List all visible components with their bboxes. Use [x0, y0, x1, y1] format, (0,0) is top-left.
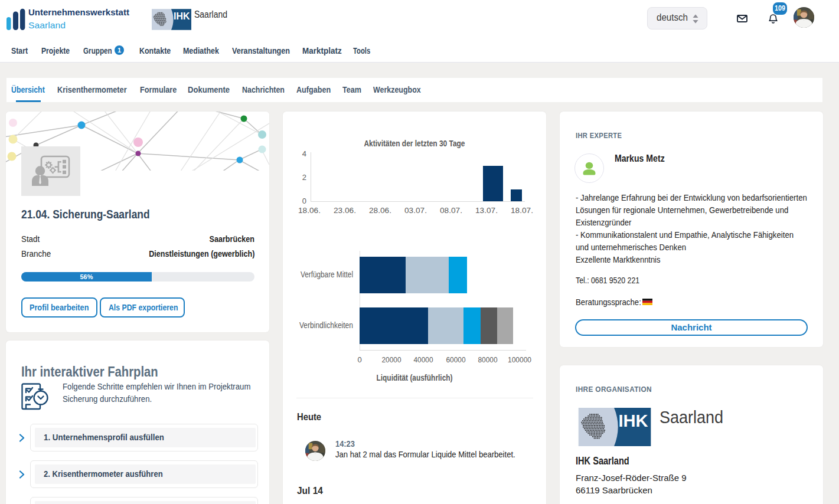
svg-text:4: 4 — [302, 149, 306, 158]
svg-text:100000: 100000 — [508, 355, 531, 364]
svg-text:03.07.: 03.07. — [404, 206, 427, 215]
svg-text:Aktivitäten der letzten 30 Tag: Aktivitäten der letzten 30 Tage — [364, 139, 465, 148]
svg-text:40000: 40000 — [414, 355, 433, 364]
svg-text:0: 0 — [357, 355, 361, 364]
svg-text:Verfügbare Mittel: Verfügbare Mittel — [301, 270, 353, 279]
svg-text:Verbindlichkeiten: Verbindlichkeiten — [299, 320, 353, 330]
svg-text:2: 2 — [302, 173, 306, 182]
svg-text:08.07.: 08.07. — [440, 206, 462, 215]
svg-text:0: 0 — [302, 197, 306, 205]
svg-text:Liquidität (ausführlich): Liquidität (ausführlich) — [377, 373, 453, 382]
svg-text:23.06.: 23.06. — [334, 206, 356, 215]
svg-text:20000: 20000 — [382, 355, 401, 364]
svg-text:18.06.: 18.06. — [298, 206, 321, 215]
svg-text:13.07.: 13.07. — [475, 206, 498, 215]
svg-text:80000: 80000 — [478, 355, 498, 364]
svg-text:60000: 60000 — [446, 355, 466, 364]
svg-text:28.06.: 28.06. — [369, 206, 391, 215]
svg-text:18.07.: 18.07. — [511, 206, 533, 215]
